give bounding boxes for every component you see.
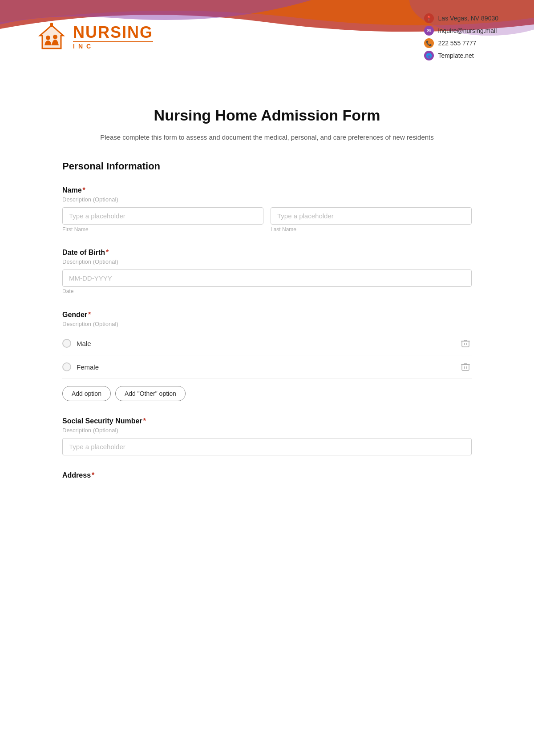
contact-address: Las Vegas, NV 89030 bbox=[438, 15, 498, 22]
last-name-sublabel: Last Name bbox=[271, 226, 472, 233]
svg-point-5 bbox=[53, 35, 57, 39]
add-other-option-button[interactable]: Add "Other" option bbox=[115, 386, 186, 401]
phone-icon: 📞 bbox=[424, 38, 434, 48]
name-required-marker: * bbox=[83, 186, 85, 194]
name-input-row: First Name Last Name bbox=[62, 207, 472, 233]
main-content: Nursing Home Admission Form Please compl… bbox=[0, 89, 534, 513]
contact-info: 📍 Las Vegas, NV 89030 ✉ inquire@nursing.… bbox=[424, 13, 498, 60]
gender-option-male[interactable]: Male bbox=[62, 332, 472, 355]
dob-sublabel: Date bbox=[62, 288, 73, 294]
gender-female-label: Female bbox=[77, 363, 99, 371]
contact-email-row: ✉ inquire@nursing.mail bbox=[424, 26, 498, 36]
svg-rect-7 bbox=[462, 365, 469, 370]
gender-description: Description (Optional) bbox=[62, 321, 472, 327]
form-subtitle: Please complete this form to assess and … bbox=[62, 132, 472, 143]
gender-field-label: Gender* bbox=[62, 311, 472, 319]
ssn-required-marker: * bbox=[143, 417, 146, 425]
first-name-input[interactable] bbox=[62, 207, 263, 225]
svg-point-4 bbox=[46, 36, 50, 40]
contact-address-row: 📍 Las Vegas, NV 89030 bbox=[424, 13, 498, 23]
gender-male-label: Male bbox=[77, 340, 91, 347]
gender-radio-group: Male Female bbox=[62, 332, 472, 379]
name-field-label: Name* bbox=[62, 186, 472, 194]
address-field-block: Address* bbox=[62, 471, 472, 479]
ssn-field-block: Social Security Number* Description (Opt… bbox=[62, 417, 472, 455]
form-title: Nursing Home Admission Form bbox=[62, 107, 472, 124]
dob-input[interactable] bbox=[62, 269, 472, 287]
name-field-block: Name* Description (Optional) First Name … bbox=[62, 186, 472, 233]
svg-rect-6 bbox=[462, 341, 469, 347]
ssn-field-label: Social Security Number* bbox=[62, 417, 472, 425]
contact-phone-row: 📞 222 555 7777 bbox=[424, 38, 498, 48]
dob-required-marker: * bbox=[106, 249, 109, 256]
gender-female-delete-icon[interactable] bbox=[459, 361, 472, 373]
gender-field-block: Gender* Description (Optional) Male bbox=[62, 311, 472, 401]
nursing-logo-icon bbox=[36, 21, 68, 53]
gender-female-radio[interactable] bbox=[62, 362, 71, 371]
dob-field-block: Date of Birth* Description (Optional) Da… bbox=[62, 249, 472, 295]
name-description: Description (Optional) bbox=[62, 196, 472, 203]
web-icon: 🌐 bbox=[424, 51, 434, 60]
gender-option-female[interactable]: Female bbox=[62, 355, 472, 379]
dob-field-label: Date of Birth* bbox=[62, 249, 472, 257]
location-icon: 📍 bbox=[424, 13, 434, 23]
email-icon: ✉ bbox=[424, 26, 434, 36]
gender-required-marker: * bbox=[88, 311, 91, 318]
logo-area: NURSING INC bbox=[36, 21, 153, 53]
gender-male-delete-icon[interactable] bbox=[459, 337, 472, 350]
address-field-label: Address* bbox=[62, 471, 472, 479]
ssn-input[interactable] bbox=[62, 438, 472, 455]
page-header: NURSING INC 📍 Las Vegas, NV 89030 ✉ inqu… bbox=[0, 0, 534, 89]
section-personal-title: Personal Information bbox=[62, 161, 472, 174]
last-name-input[interactable] bbox=[271, 207, 472, 225]
header-content: NURSING INC 📍 Las Vegas, NV 89030 ✉ inqu… bbox=[0, 0, 534, 60]
first-name-sublabel: First Name bbox=[62, 226, 263, 233]
add-option-button[interactable]: Add option bbox=[62, 386, 111, 401]
logo-inc-label: INC bbox=[73, 41, 153, 49]
dob-description: Description (Optional) bbox=[62, 258, 472, 265]
contact-phone: 222 555 7777 bbox=[438, 40, 477, 47]
contact-web-row: 🌐 Template.net bbox=[424, 51, 498, 60]
svg-rect-3 bbox=[50, 23, 53, 27]
address-required-marker: * bbox=[92, 471, 94, 479]
gender-male-radio[interactable] bbox=[62, 339, 71, 348]
logo-text: NURSING INC bbox=[73, 24, 153, 49]
contact-email: inquire@nursing.mail bbox=[438, 27, 497, 34]
add-option-row: Add option Add "Other" option bbox=[62, 386, 472, 401]
first-name-wrap: First Name bbox=[62, 207, 263, 233]
contact-website: Template.net bbox=[438, 52, 474, 59]
logo-nursing-label: NURSING bbox=[73, 24, 153, 40]
ssn-description: Description (Optional) bbox=[62, 427, 472, 434]
last-name-wrap: Last Name bbox=[271, 207, 472, 233]
